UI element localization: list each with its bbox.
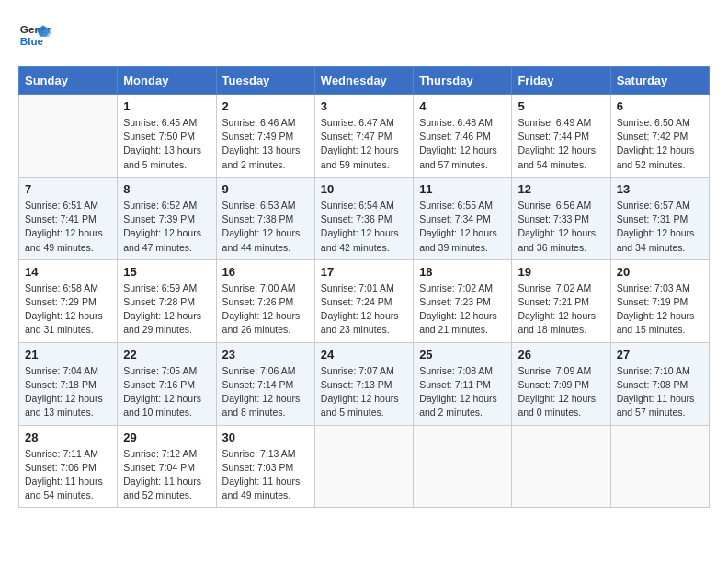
calendar-cell: 23Sunrise: 7:06 AMSunset: 7:14 PMDayligh… — [216, 342, 314, 425]
calendar-cell: 14Sunrise: 6:58 AMSunset: 7:29 PMDayligh… — [19, 259, 118, 342]
day-number: 8 — [123, 182, 210, 196]
calendar-cell: 9Sunrise: 6:53 AMSunset: 7:38 PMDaylight… — [216, 177, 314, 259]
day-info: Sunrise: 7:08 AMSunset: 7:11 PMDaylight:… — [419, 364, 506, 420]
weekday-header-tuesday: Tuesday — [216, 67, 314, 95]
day-number: 12 — [518, 182, 604, 196]
day-info: Sunrise: 6:54 AMSunset: 7:36 PMDaylight:… — [321, 199, 407, 255]
day-info: Sunrise: 7:06 AMSunset: 7:14 PMDaylight:… — [222, 364, 309, 420]
calendar-cell: 26Sunrise: 7:09 AMSunset: 7:09 PMDayligh… — [512, 342, 610, 425]
calendar-table: SundayMondayTuesdayWednesdayThursdayFrid… — [18, 66, 710, 508]
day-info: Sunrise: 6:52 AMSunset: 7:39 PMDaylight:… — [123, 199, 210, 255]
day-info: Sunrise: 7:13 AMSunset: 7:03 PMDaylight:… — [222, 447, 309, 503]
day-info: Sunrise: 6:45 AMSunset: 7:50 PMDaylight:… — [123, 116, 210, 172]
calendar-cell — [512, 425, 610, 508]
day-number: 19 — [518, 265, 604, 279]
calendar-cell: 18Sunrise: 7:02 AMSunset: 7:23 PMDayligh… — [414, 259, 512, 342]
calendar-cell: 13Sunrise: 6:57 AMSunset: 7:31 PMDayligh… — [610, 177, 709, 259]
day-number: 9 — [222, 182, 309, 196]
day-info: Sunrise: 7:05 AMSunset: 7:16 PMDaylight:… — [123, 364, 210, 420]
calendar-cell — [414, 425, 512, 508]
week-row-1: 1Sunrise: 6:45 AMSunset: 7:50 PMDaylight… — [19, 95, 710, 178]
day-info: Sunrise: 6:57 AMSunset: 7:31 PMDaylight:… — [617, 199, 703, 255]
calendar-cell: 7Sunrise: 6:51 AMSunset: 7:41 PMDaylight… — [19, 177, 118, 259]
day-number: 30 — [222, 431, 309, 444]
weekday-header-saturday: Saturday — [610, 67, 709, 95]
day-number: 18 — [419, 265, 506, 279]
calendar-cell: 25Sunrise: 7:08 AMSunset: 7:11 PMDayligh… — [414, 342, 512, 425]
day-info: Sunrise: 7:02 AMSunset: 7:23 PMDaylight:… — [419, 282, 506, 338]
day-number: 24 — [321, 348, 407, 362]
calendar-cell: 29Sunrise: 7:12 AMSunset: 7:04 PMDayligh… — [118, 425, 216, 508]
day-number: 6 — [617, 99, 703, 113]
day-number: 28 — [25, 431, 111, 444]
day-number: 2 — [222, 99, 309, 113]
calendar-cell: 15Sunrise: 6:59 AMSunset: 7:28 PMDayligh… — [118, 259, 216, 342]
day-info: Sunrise: 6:59 AMSunset: 7:28 PMDaylight:… — [123, 282, 210, 338]
calendar-cell: 19Sunrise: 7:02 AMSunset: 7:21 PMDayligh… — [512, 259, 610, 342]
day-number: 17 — [321, 265, 407, 279]
day-number: 29 — [123, 431, 210, 444]
calendar-cell: 24Sunrise: 7:07 AMSunset: 7:13 PMDayligh… — [314, 342, 413, 425]
day-info: Sunrise: 6:58 AMSunset: 7:29 PMDaylight:… — [25, 282, 111, 338]
day-info: Sunrise: 6:49 AMSunset: 7:44 PMDaylight:… — [518, 116, 604, 172]
day-number: 26 — [518, 348, 604, 362]
day-info: Sunrise: 7:00 AMSunset: 7:26 PMDaylight:… — [222, 282, 309, 338]
calendar-cell: 6Sunrise: 6:50 AMSunset: 7:42 PMDaylight… — [610, 95, 709, 178]
logo-icon: General Blue — [18, 18, 51, 52]
calendar-cell: 28Sunrise: 7:11 AMSunset: 7:06 PMDayligh… — [19, 425, 118, 508]
calendar-cell: 10Sunrise: 6:54 AMSunset: 7:36 PMDayligh… — [314, 177, 413, 259]
calendar-cell: 3Sunrise: 6:47 AMSunset: 7:47 PMDaylight… — [314, 95, 413, 178]
weekday-header-monday: Monday — [118, 67, 216, 95]
day-number: 13 — [617, 182, 703, 196]
page-header: General Blue — [18, 18, 710, 52]
calendar-cell: 27Sunrise: 7:10 AMSunset: 7:08 PMDayligh… — [610, 342, 709, 425]
day-number: 1 — [123, 99, 210, 113]
week-row-4: 21Sunrise: 7:04 AMSunset: 7:18 PMDayligh… — [19, 342, 710, 425]
calendar-cell: 1Sunrise: 6:45 AMSunset: 7:50 PMDaylight… — [118, 95, 216, 178]
day-info: Sunrise: 7:07 AMSunset: 7:13 PMDaylight:… — [321, 364, 407, 420]
calendar-cell: 22Sunrise: 7:05 AMSunset: 7:16 PMDayligh… — [118, 342, 216, 425]
day-info: Sunrise: 7:09 AMSunset: 7:09 PMDaylight:… — [518, 364, 604, 420]
week-row-3: 14Sunrise: 6:58 AMSunset: 7:29 PMDayligh… — [19, 259, 710, 342]
calendar-cell: 17Sunrise: 7:01 AMSunset: 7:24 PMDayligh… — [314, 259, 413, 342]
day-info: Sunrise: 6:53 AMSunset: 7:38 PMDaylight:… — [222, 199, 309, 255]
day-info: Sunrise: 7:10 AMSunset: 7:08 PMDaylight:… — [617, 364, 703, 420]
day-info: Sunrise: 7:02 AMSunset: 7:21 PMDaylight:… — [518, 282, 604, 338]
calendar-cell: 5Sunrise: 6:49 AMSunset: 7:44 PMDaylight… — [512, 95, 610, 178]
weekday-header-sunday: Sunday — [19, 67, 118, 95]
calendar-cell: 2Sunrise: 6:46 AMSunset: 7:49 PMDaylight… — [216, 95, 314, 178]
calendar-cell: 21Sunrise: 7:04 AMSunset: 7:18 PMDayligh… — [19, 342, 118, 425]
calendar-cell: 20Sunrise: 7:03 AMSunset: 7:19 PMDayligh… — [610, 259, 709, 342]
weekday-header-thursday: Thursday — [414, 67, 512, 95]
day-number: 15 — [123, 265, 210, 279]
day-number: 20 — [617, 265, 703, 279]
day-number: 22 — [123, 348, 210, 362]
day-number: 4 — [419, 99, 506, 113]
calendar-cell: 4Sunrise: 6:48 AMSunset: 7:46 PMDaylight… — [414, 95, 512, 178]
day-number: 5 — [518, 99, 604, 113]
day-number: 23 — [222, 348, 309, 362]
day-info: Sunrise: 6:50 AMSunset: 7:42 PMDaylight:… — [617, 116, 703, 172]
calendar-cell — [314, 425, 413, 508]
day-info: Sunrise: 7:11 AMSunset: 7:06 PMDaylight:… — [25, 447, 111, 503]
day-number: 7 — [25, 182, 111, 196]
calendar-cell: 11Sunrise: 6:55 AMSunset: 7:34 PMDayligh… — [414, 177, 512, 259]
day-info: Sunrise: 6:48 AMSunset: 7:46 PMDaylight:… — [419, 116, 506, 172]
calendar-cell: 8Sunrise: 6:52 AMSunset: 7:39 PMDaylight… — [118, 177, 216, 259]
day-number: 14 — [25, 265, 111, 279]
calendar-cell: 30Sunrise: 7:13 AMSunset: 7:03 PMDayligh… — [216, 425, 314, 508]
weekday-header-wednesday: Wednesday — [314, 67, 413, 95]
calendar-cell: 12Sunrise: 6:56 AMSunset: 7:33 PMDayligh… — [512, 177, 610, 259]
calendar-cell — [19, 95, 118, 178]
day-number: 11 — [419, 182, 506, 196]
day-info: Sunrise: 6:51 AMSunset: 7:41 PMDaylight:… — [25, 199, 111, 255]
day-info: Sunrise: 7:03 AMSunset: 7:19 PMDaylight:… — [617, 282, 703, 338]
day-number: 27 — [617, 348, 703, 362]
calendar-cell: 16Sunrise: 7:00 AMSunset: 7:26 PMDayligh… — [216, 259, 314, 342]
day-number: 25 — [419, 348, 506, 362]
weekday-header-friday: Friday — [512, 67, 610, 95]
day-info: Sunrise: 6:47 AMSunset: 7:47 PMDaylight:… — [321, 116, 407, 172]
logo: General Blue — [18, 18, 55, 52]
day-number: 10 — [321, 182, 407, 196]
day-info: Sunrise: 7:01 AMSunset: 7:24 PMDaylight:… — [321, 282, 407, 338]
